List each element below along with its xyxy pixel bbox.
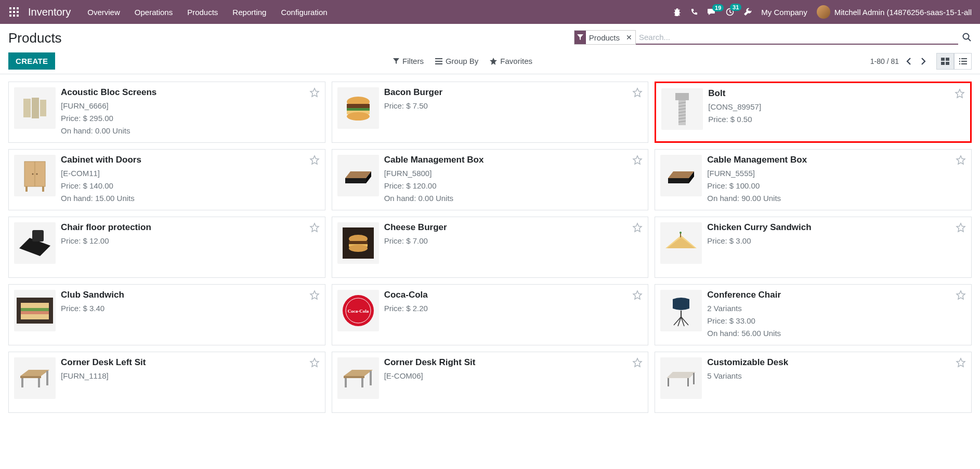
list-view-button[interactable] — [954, 53, 972, 70]
app-brand[interactable]: Inventory — [28, 6, 71, 18]
main-navbar: Inventory Overview Operations Products R… — [0, 0, 980, 24]
pager-next[interactable] — [919, 56, 928, 67]
product-name: Bolt — [708, 88, 965, 99]
svg-rect-79 — [21, 378, 23, 387]
favorite-star-icon[interactable] — [956, 222, 966, 233]
product-card[interactable]: Customizable Desk5 Variants — [655, 352, 972, 413]
product-body: Corner Desk Left Sit[FURN_1118] — [61, 357, 320, 407]
svg-rect-4 — [13, 11, 15, 13]
pager-value[interactable]: 1-80 / 81 — [870, 57, 899, 65]
favorites-dropdown[interactable]: Favorites — [490, 57, 532, 65]
product-card[interactable]: Bacon BurgerPrice: $ 7.50 — [332, 82, 649, 143]
svg-rect-14 — [941, 58, 945, 61]
svg-rect-29 — [347, 108, 370, 111]
favorite-star-icon[interactable] — [309, 222, 320, 233]
svg-rect-67 — [21, 311, 49, 314]
product-card[interactable]: Corner Desk Right Sit[E-COM06] — [332, 352, 649, 413]
product-card[interactable]: Bolt[CONS_89957]Price: $ 0.50 — [655, 82, 972, 143]
product-image — [660, 290, 702, 331]
kanban-view-button[interactable] — [936, 53, 954, 70]
product-ref: [FURN_5800] — [384, 167, 643, 180]
svg-rect-7 — [13, 15, 15, 17]
favorite-star-icon[interactable] — [632, 290, 643, 300]
favorite-star-icon[interactable] — [956, 357, 966, 368]
product-card[interactable]: Cheese BurgerPrice: $ 7.00 — [332, 217, 649, 278]
svg-rect-62 — [680, 233, 681, 237]
nav-reporting[interactable]: Reporting — [232, 8, 266, 17]
svg-rect-23 — [961, 63, 967, 64]
favorite-star-icon[interactable] — [309, 87, 320, 98]
product-price: Price: $ 3.00 — [707, 235, 966, 247]
apps-icon[interactable] — [8, 6, 20, 18]
search-icon[interactable] — [962, 33, 972, 42]
messaging-icon[interactable]: 19 — [708, 8, 716, 16]
product-onhand: On hand: 56.00 Units — [707, 327, 966, 340]
svg-rect-28 — [347, 104, 370, 108]
pager: 1-80 / 81 — [870, 56, 928, 67]
filters-dropdown[interactable]: Filters — [393, 57, 424, 65]
view-switcher — [936, 53, 972, 70]
svg-rect-26 — [40, 100, 46, 116]
product-card[interactable]: Conference Chair2 VariantsPrice: $ 33.00… — [655, 284, 972, 345]
debug-icon[interactable] — [673, 8, 681, 16]
product-card[interactable]: Coca-ColaCoca-ColaPrice: $ 2.20 — [332, 284, 649, 345]
product-image — [661, 88, 703, 130]
svg-rect-11 — [435, 58, 442, 59]
svg-rect-8 — [17, 15, 19, 17]
product-ref: [E-COM06] — [384, 370, 643, 382]
facet-remove[interactable]: ✕ — [623, 33, 635, 42]
product-card[interactable]: Club SandwichPrice: $ 3.40 — [8, 284, 325, 345]
svg-marker-82 — [344, 370, 373, 376]
product-body: Conference Chair2 VariantsPrice: $ 33.00… — [707, 290, 966, 340]
product-price: Price: $ 2.20 — [384, 302, 643, 315]
product-image — [14, 155, 56, 196]
product-ref: [FURN_5555] — [707, 167, 966, 180]
product-body: Corner Desk Right Sit[E-COM06] — [384, 357, 643, 407]
product-name: Corner Desk Left Sit — [61, 357, 320, 368]
favorite-star-icon[interactable] — [956, 155, 966, 165]
tools-icon[interactable] — [743, 8, 752, 16]
phone-icon[interactable] — [690, 8, 698, 16]
product-card[interactable]: Chair floor protectionPrice: $ 12.00 — [8, 217, 325, 278]
favorite-star-icon[interactable] — [632, 357, 643, 368]
product-price: Price: $ 0.50 — [708, 113, 965, 126]
product-name: Cable Management Box — [384, 155, 643, 165]
search-facet-products: Products ✕ — [574, 30, 636, 45]
search-input[interactable] — [636, 31, 958, 45]
company-selector[interactable]: My Company — [761, 8, 807, 17]
nav-products[interactable]: Products — [187, 8, 218, 17]
activity-icon[interactable]: 31 — [726, 8, 734, 16]
pager-prev[interactable] — [904, 56, 913, 67]
product-card[interactable]: Cabinet with Doors[E-COM11]Price: $ 140.… — [8, 149, 325, 210]
favorite-star-icon[interactable] — [632, 87, 643, 98]
svg-rect-80 — [38, 378, 40, 387]
favorite-star-icon[interactable] — [309, 357, 320, 368]
product-card[interactable]: Cable Management Box[FURN_5555]Price: $ … — [655, 149, 972, 210]
product-image — [14, 357, 56, 399]
favorite-star-icon[interactable] — [632, 222, 643, 233]
create-button[interactable]: CREATE — [8, 52, 55, 70]
groupby-dropdown[interactable]: Group By — [435, 57, 478, 65]
favorite-star-icon[interactable] — [956, 290, 966, 300]
product-body: Acoustic Bloc Screens[FURN_6666]Price: $… — [61, 87, 320, 137]
favorite-star-icon[interactable] — [632, 155, 643, 165]
product-image — [14, 222, 56, 264]
favorite-star-icon[interactable] — [309, 290, 320, 300]
product-card[interactable]: Corner Desk Left Sit[FURN_1118] — [8, 352, 325, 413]
user-menu[interactable]: Mitchell Admin (14876256-saas-15-1-all — [817, 5, 972, 19]
product-onhand: On hand: 90.00 Units — [707, 192, 966, 205]
product-name: Conference Chair — [707, 290, 966, 300]
product-name: Chair floor protection — [61, 222, 320, 233]
favorite-star-icon[interactable] — [309, 155, 320, 165]
product-card[interactable]: Acoustic Bloc Screens[FURN_6666]Price: $… — [8, 82, 325, 143]
product-card[interactable]: Chicken Curry SandwichPrice: $ 3.00 — [655, 217, 972, 278]
product-ref: [CONS_89957] — [708, 101, 965, 113]
svg-rect-15 — [946, 58, 949, 61]
nav-operations[interactable]: Operations — [135, 8, 173, 17]
nav-overview[interactable]: Overview — [87, 8, 120, 17]
svg-point-59 — [349, 245, 368, 252]
nav-configuration[interactable]: Configuration — [281, 8, 327, 17]
favorite-star-icon[interactable] — [955, 88, 965, 99]
product-image — [337, 222, 379, 264]
product-card[interactable]: Cable Management Box[FURN_5800]Price: $ … — [332, 149, 649, 210]
